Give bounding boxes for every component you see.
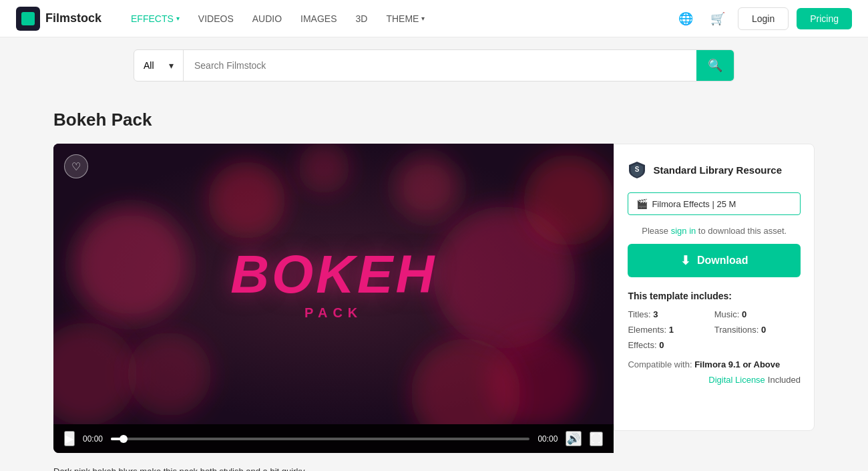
- music-item: Music: 0: [714, 309, 801, 319]
- nav-item-images[interactable]: IMAGES: [292, 8, 345, 29]
- main-content: Bokeh Pack: [0, 94, 868, 471]
- logo-text: Filmstock: [45, 11, 101, 25]
- page-title: Bokeh Pack: [53, 110, 815, 130]
- resource-title: Standard Library Resource: [653, 164, 782, 176]
- search-button[interactable]: 🔍: [696, 50, 734, 81]
- license-row: Digital License Included: [628, 375, 801, 385]
- video-area: ♡ BOKEH PACK: [53, 144, 614, 424]
- effects-item: Effects: 0: [628, 340, 714, 350]
- compat-row: Compatible with: Filmora 9.1 or Above: [628, 359, 801, 369]
- video-player: ♡ BOKEH PACK ▶ 00:00 00:00 🔊 ⛶: [53, 144, 614, 453]
- fullscreen-button[interactable]: ⛶: [590, 432, 603, 446]
- titles-item: Titles: 3: [628, 309, 714, 319]
- search-section: All ▾ 🔍: [0, 37, 868, 94]
- time-total: 00:00: [537, 434, 558, 444]
- dropdown-arrow-icon: ▾: [169, 60, 174, 71]
- nav-item-effects[interactable]: EFFECTS ▾: [123, 8, 188, 29]
- play-button[interactable]: ▶: [64, 431, 75, 446]
- chevron-down-icon: ▾: [176, 15, 180, 22]
- globe-button[interactable]: 🌐: [674, 7, 698, 31]
- file-tag: 🎬 Filmora Effects | 25 M: [628, 192, 801, 215]
- main-nav: EFFECTS ▾ VIDEOS AUDIO IMAGES 3D THEME ▾: [123, 8, 433, 29]
- download-button[interactable]: ⬇ Download: [628, 244, 801, 277]
- pack-subtitle-text: PACK: [230, 305, 437, 321]
- template-includes: This template includes: Titles: 3 Music:…: [628, 291, 801, 385]
- pricing-button[interactable]: Pricing: [797, 8, 852, 29]
- volume-button[interactable]: 🔊: [566, 431, 582, 446]
- content-layout: ♡ BOKEH PACK ▶ 00:00 00:00 🔊 ⛶: [53, 144, 815, 453]
- favorite-button[interactable]: ♡: [64, 154, 88, 178]
- filmora-icon: 🎬: [636, 198, 648, 209]
- template-includes-title: This template includes:: [628, 291, 801, 301]
- download-icon: ⬇: [680, 253, 690, 268]
- svg-point-3: [523, 155, 614, 245]
- search-container: All ▾ 🔍: [134, 49, 734, 82]
- nav-item-3d[interactable]: 3D: [348, 8, 376, 29]
- bokeh-title-text: BOKEH: [230, 248, 437, 301]
- login-button[interactable]: Login: [738, 7, 789, 30]
- svg-point-0: [73, 206, 189, 323]
- search-type-select[interactable]: All: [144, 60, 165, 71]
- svg-text:S: S: [635, 166, 640, 173]
- svg-point-7: [128, 332, 211, 416]
- nav-item-audio[interactable]: AUDIO: [244, 8, 290, 29]
- time-current: 00:00: [83, 434, 103, 444]
- digital-license-link[interactable]: Digital License: [708, 375, 765, 385]
- svg-point-4: [53, 323, 137, 424]
- search-type-dropdown[interactable]: All ▾: [134, 50, 184, 81]
- signin-link[interactable]: sign in: [671, 226, 696, 236]
- svg-point-1: [208, 162, 286, 239]
- video-text-overlay: BOKEH PACK: [230, 248, 437, 321]
- progress-thumb: [120, 435, 128, 443]
- description-text: Dark pink bokeh blurs make this pack bot…: [53, 466, 815, 471]
- video-controls: ▶ 00:00 00:00 🔊 ⛶: [53, 424, 614, 453]
- nav-item-theme[interactable]: THEME ▾: [378, 8, 433, 29]
- search-icon: 🔍: [708, 58, 722, 73]
- logo-icon: [16, 7, 40, 31]
- shield-icon: S: [628, 160, 646, 179]
- header-actions: 🌐 🛒 Login Pricing: [674, 7, 852, 31]
- svg-point-6: [395, 155, 459, 219]
- template-grid: Titles: 3 Music: 0 Elements: 1 Transitio…: [628, 309, 801, 350]
- chevron-down-icon-2: ▾: [421, 15, 425, 22]
- file-tag-text: Filmora Effects | 25 M: [652, 199, 736, 209]
- svg-point-8: [298, 144, 350, 194]
- sidebar-panel: S Standard Library Resource 🎬 Filmora Ef…: [614, 144, 815, 431]
- search-input[interactable]: [184, 50, 696, 81]
- resource-header: S Standard Library Resource: [628, 160, 801, 179]
- transitions-item: Transitions: 0: [714, 325, 801, 335]
- progress-bar[interactable]: [111, 438, 529, 440]
- nav-item-videos[interactable]: VIDEOS: [190, 8, 242, 29]
- elements-item: Elements: 1: [628, 325, 714, 335]
- logo[interactable]: Filmstock: [16, 7, 101, 31]
- signin-note: Please sign in to download this asset.: [628, 226, 801, 236]
- cart-button[interactable]: 🛒: [706, 7, 730, 31]
- main-header: Filmstock EFFECTS ▾ VIDEOS AUDIO IMAGES …: [0, 0, 868, 37]
